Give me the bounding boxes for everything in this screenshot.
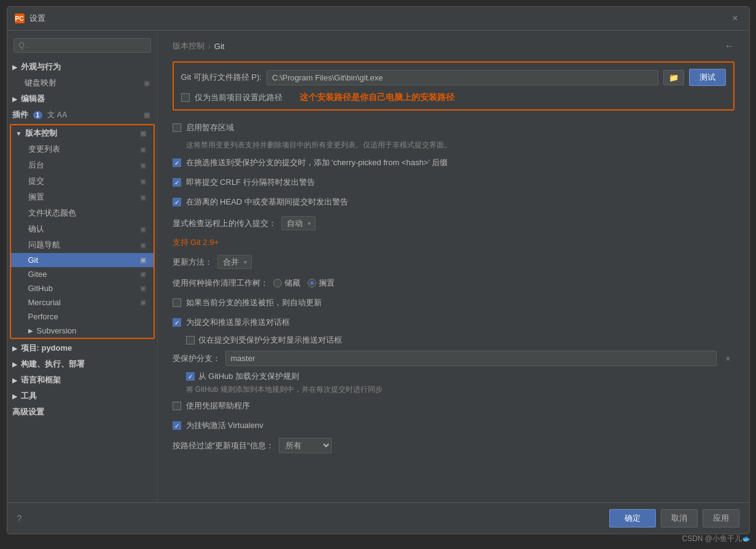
update-method-label: 更新方法： <box>173 257 212 268</box>
load-github-section: 从 GitHub 加载分支保护规则 将 GitHub 规则添加到本地规则中，并在… <box>186 371 735 395</box>
dialog-title: 设置 <box>29 13 45 24</box>
close-button[interactable]: × <box>728 12 741 25</box>
incoming-row: 显式检查远程上的传入提交： 自动 从不 总是 <box>173 214 735 232</box>
crlf-row: 即将提交 CRLF 行分隔符时发出警告 <box>173 175 735 190</box>
tools-expand-icon: ▶ <box>12 393 17 400</box>
sidebar-item-github[interactable]: GitHub ▣ <box>11 281 154 295</box>
test-button[interactable]: 测试 <box>689 69 726 86</box>
credential-label: 使用凭据帮助程序 <box>186 400 250 411</box>
plugins-icon: ▣ <box>144 111 150 119</box>
sidebar-item-commit[interactable]: 提交 ▣ <box>11 173 154 189</box>
git-path-row: Git 可执行文件路径 P): 📁 测试 <box>181 69 726 86</box>
only-project-checkbox[interactable] <box>181 93 190 102</box>
sidebar-item-editor[interactable]: ▶ 编辑器 <box>7 91 157 107</box>
settings-dialog: PC 设置 × ▶ 外观与行为 键盘映射 ▣ ▶ 编辑器 <box>7 6 750 534</box>
git-path-input[interactable] <box>267 70 658 85</box>
cleanup-shelf-option[interactable]: 搁置 <box>308 278 335 289</box>
back-button[interactable]: ← <box>725 41 735 52</box>
cleanup-stash-option[interactable]: 储藏 <box>273 278 300 289</box>
sidebar-item-confirm[interactable]: 确认 ▣ <box>11 221 154 237</box>
incoming-dropdown-wrapper: 自动 从不 总是 <box>281 216 316 230</box>
sidebar-item-mercurial[interactable]: Mercurial ▣ <box>11 295 154 310</box>
help-button[interactable]: ? <box>17 513 22 523</box>
github-icon: ▣ <box>140 284 146 292</box>
cherry-pick-checkbox[interactable] <box>173 158 181 167</box>
sidebar-item-appearance[interactable]: ▶ 外观与行为 <box>7 59 157 75</box>
protected-branch-row: 受保护分支： × <box>173 351 735 366</box>
push-dialog-sub-row: 仅在提交到受保护分支时显示推送对话框 <box>186 335 735 346</box>
cancel-button[interactable]: 取消 <box>661 509 698 528</box>
sidebar: ▶ 外观与行为 键盘映射 ▣ ▶ 编辑器 插件 1 文 AA ▣ <box>7 31 158 502</box>
update-dropdown-wrapper: 合并 变基 <box>217 255 252 269</box>
apply-button[interactable]: 应用 <box>703 509 739 528</box>
detach-row: 在游离的 HEAD 中或变基期间提交时发出警告 <box>173 195 735 209</box>
detach-checkbox[interactable] <box>173 198 181 206</box>
incoming-label: 显式检查远程上的传入提交： <box>173 218 276 229</box>
breadcrumb: 版本控制 › Git ← <box>173 41 735 52</box>
sidebar-item-shelf[interactable]: 搁置 ▣ <box>11 189 154 205</box>
cleanup-shelf-label: 搁置 <box>319 278 335 289</box>
footer-buttons: 确定 取消 应用 <box>609 509 739 528</box>
incoming-select[interactable]: 自动 从不 总是 <box>281 216 316 230</box>
crlf-label: 即将提交 CRLF 行分隔符时发出警告 <box>186 177 315 188</box>
crlf-checkbox[interactable] <box>173 178 181 187</box>
cleanup-row: 使用何种操作清理工作树： 储藏 搁置 <box>173 276 735 290</box>
cleanup-shelf-radio[interactable] <box>308 279 316 287</box>
expand-icon-editor: ▶ <box>12 96 17 103</box>
push-dialog-row: 为提交和推送显示推送对话框 <box>173 315 735 330</box>
cl-icon: ▣ <box>140 146 146 154</box>
filter-select[interactable]: 所有 仅受影响 <box>279 438 332 453</box>
update-select[interactable]: 合并 变基 <box>217 255 252 269</box>
only-project-label: 仅为当前项目设置此路径 <box>195 92 283 103</box>
ok-button[interactable]: 确定 <box>609 509 656 528</box>
sidebar-item-plugins[interactable]: 插件 1 文 AA ▣ <box>7 107 157 123</box>
sidebar-item-background[interactable]: 后台 ▣ <box>11 157 154 173</box>
sidebar-item-lang[interactable]: ▶ 语言和框架 <box>7 372 157 388</box>
folder-button[interactable]: 📁 <box>663 70 684 85</box>
sidebar-item-subversion[interactable]: ▶ Subversion <box>11 324 154 338</box>
update-method-row: 更新方法： 合并 变基 <box>173 253 735 271</box>
virtualenv-label: 为挂钩激活 Virtualenv <box>186 420 263 431</box>
detach-label: 在游离的 HEAD 中或变基期间提交时发出警告 <box>186 197 348 208</box>
load-github-checkbox[interactable] <box>186 372 195 381</box>
project-expand-icon: ▶ <box>12 345 17 352</box>
load-github-desc: 将 GitHub 规则添加到本地规则中，并在每次提交时进行同步 <box>186 384 735 395</box>
search-input[interactable] <box>14 38 151 53</box>
sidebar-item-tools[interactable]: ▶ 工具 <box>7 388 157 404</box>
credential-row: 使用凭据帮助程序 <box>173 399 735 413</box>
sidebar-item-issue[interactable]: 问题导航 ▣ <box>11 237 154 253</box>
cleanup-stash-radio[interactable] <box>273 279 282 287</box>
protected-branch-clear-button[interactable]: × <box>722 352 734 365</box>
cherry-pick-label: 在挑选推送到受保护分支的提交时，添加 'cherry-picked from <… <box>186 157 448 168</box>
sidebar-item-gitee[interactable]: Gitee ▣ <box>11 267 154 281</box>
load-github-label: 从 GitHub 加载分支保护规则 <box>198 371 300 382</box>
sidebar-item-keymap[interactable]: 键盘映射 ▣ <box>7 75 157 91</box>
gitee-icon: ▣ <box>140 270 146 278</box>
virtualenv-checkbox[interactable] <box>173 421 181 430</box>
sidebar-item-build[interactable]: ▶ 构建、执行、部署 <box>7 356 157 372</box>
sidebar-item-project[interactable]: ▶ 项目: pydome <box>7 340 157 356</box>
auto-update-label: 如果当前分支的推送被拒，则自动更新 <box>186 297 322 308</box>
enable-shelf-row: 启用暂存区域 <box>173 120 735 135</box>
filter-row: 按路径过滤"更新项目"信息： 所有 仅受影响 <box>173 438 735 453</box>
enable-shelf-checkbox[interactable] <box>173 123 181 132</box>
push-dialog-checkbox[interactable] <box>173 318 181 327</box>
sidebar-item-changelist[interactable]: 变更列表 ▣ <box>11 141 154 157</box>
virtualenv-row: 为挂钩激活 Virtualenv <box>173 418 735 433</box>
push-dialog-sub-checkbox[interactable] <box>186 336 195 345</box>
sidebar-item-vcs[interactable]: ▼ 版本控制 ▣ <box>11 125 154 141</box>
confirm-icon: ▣ <box>140 225 146 233</box>
sidebar-item-perforce[interactable]: Perforce <box>11 310 154 324</box>
auto-update-checkbox[interactable] <box>173 298 181 307</box>
cleanup-stash-label: 储藏 <box>284 278 300 289</box>
sidebar-item-git[interactable]: Git ▣ <box>11 253 154 267</box>
vcs-icon: ▣ <box>140 130 146 138</box>
credential-checkbox[interactable] <box>173 402 181 410</box>
enable-shelf-label: 启用暂存区域 <box>186 122 234 133</box>
sidebar-item-advanced[interactable]: 高级设置 <box>7 404 157 420</box>
git-path-section: Git 可执行文件路径 P): 📁 测试 仅为当前项目设置此路径 这个安装路径是… <box>173 61 735 111</box>
git-path-label: Git 可执行文件路径 P): <box>181 72 262 83</box>
sidebar-item-filecolor[interactable]: 文件状态颜色 <box>11 205 154 221</box>
protected-branch-input[interactable] <box>225 351 717 366</box>
lang-expand-icon: ▶ <box>12 377 17 384</box>
